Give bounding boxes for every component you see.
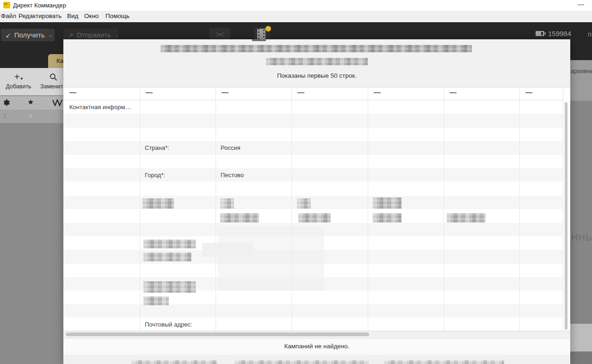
cell-contact-info: Контактная информ… [69,100,131,114]
column-divider [444,87,444,331]
redacted-dialog-title [160,45,472,52]
dimmed-filter-bar: архивные [570,60,592,101]
toolbar-cut-text: п [588,30,592,38]
send-button-label: Отправить [77,31,111,39]
column-header[interactable]: — [146,88,153,96]
column-divider [140,87,140,331]
dimmed-content-area: ННЫХ [570,101,592,324]
title-bar: Директ Коммандер — [0,0,592,11]
caret-down-icon: ▾ [20,76,23,81]
plus-icon: + [14,72,20,82]
cell-city-label: Город*: [145,168,165,182]
search-icon [49,73,57,81]
redacted-cell [220,213,259,222]
rows-notice: Показаны первые 50 строк. [63,72,570,79]
star-icon-faded: ★ [27,111,34,120]
cell-country-value: Россия [221,141,240,154]
column-header[interactable]: — [297,88,304,96]
list-header-row: ★ [0,96,63,110]
table-row [63,168,563,182]
horizontal-scrollbar-thumb[interactable] [66,333,369,336]
cell-city-value: Пестово [221,168,244,182]
get-button[interactable]: ↙ Получить ⌄ [1,29,55,41]
dialog-footer [63,355,570,364]
redacted-cell [143,240,196,248]
add-button[interactable]: + ▾ Добавить [0,71,37,90]
table-row [63,196,563,209]
table-row [63,290,563,304]
battery-icon [536,31,544,36]
column-header[interactable]: — [374,88,381,96]
star-icon[interactable]: ★ [27,98,34,106]
points-value: 159984 [548,30,571,37]
app-logo-icon [3,2,10,8]
redacted-cell [447,213,486,222]
column-header[interactable]: — [69,88,76,96]
menu-window[interactable]: Окно [84,12,99,19]
dimmed-bottom-band [570,352,592,364]
gear-icon[interactable] [3,99,11,107]
table-row [63,141,563,154]
redacted-cell [220,198,234,209]
cell-postal-label: Почтовый адрес: [145,318,192,331]
archive-filter-label: архивные [571,68,592,74]
column-header[interactable]: — [525,88,532,96]
dimmed-lower-band [570,324,592,352]
cell-country-label: Страна*: [145,141,169,154]
minimize-button[interactable]: — [574,0,588,9]
redacted-cell [142,198,174,209]
redacted-cell [143,253,191,261]
redacted-footer-button[interactable] [234,360,369,364]
table-row [63,182,563,195]
points-indicator: 159984 [536,30,571,37]
row-number: 1 [3,113,6,119]
menu-file[interactable]: Файл [1,12,16,19]
redacted-footer-button[interactable] [384,360,504,364]
redacted-halo [218,226,324,291]
column-header[interactable]: — [222,88,228,96]
table-row [63,155,563,168]
table-row [63,318,563,331]
redacted-cell [373,213,401,222]
list-item[interactable]: 1 ★ [0,110,63,123]
import-preview-dialog: Показаны первые 50 строк. — — — — — — — [63,39,570,364]
empty-notice: Кампаний не найдено. [63,343,570,350]
redacted-cell [298,213,331,222]
download-arrow-icon: ↙ [6,32,11,38]
left-panel: + ▾ Добавить Заменить ★ [0,68,63,364]
campaigns-empty-band: Кампаний не найдено. [63,338,570,355]
upload-arrow-icon: ↗ [68,32,74,38]
app-window: Директ Коммандер — Файл Редактировать Ви… [0,0,592,364]
get-button-label: Получить [14,31,45,39]
window-title: Директ Коммандер [13,2,66,9]
redacted-cell [143,296,169,305]
preview-table: — — — — — — — [63,87,570,331]
table-row [63,114,563,127]
menu-edit[interactable]: Редактировать [18,12,62,19]
table-row [63,128,563,141]
column-divider [368,87,368,331]
chevron-down-icon: ⌄ [49,32,53,38]
table-row [63,100,563,114]
bid-zigzag-icon[interactable] [52,99,62,106]
menu-bar: Файл Редактировать Вид Окно Помощь [0,11,592,22]
column-divider [216,87,216,331]
redacted-footer-button[interactable] [131,360,217,364]
redacted-cell [143,281,196,293]
chevron-down-icon: ⌄ [115,32,119,38]
table-row [63,304,563,318]
add-button-label: Добавить [0,83,37,90]
menu-view[interactable]: Вид [67,12,78,19]
vertical-scrollbar-thumb[interactable] [565,102,567,330]
redacted-fragment [252,39,266,41]
dimmed-headline-fragment: ННЫХ [571,232,592,243]
redacted-cell [297,198,311,209]
column-divider [519,87,520,331]
redacted-dialog-subtitle [266,58,368,65]
panel-action-bar: + ▾ Добавить Заменить [0,68,63,95]
notification-dot [265,26,271,31]
column-divider [291,87,292,331]
column-header[interactable]: — [450,88,456,96]
menu-help[interactable]: Помощь [105,12,130,19]
redacted-cell [373,197,401,209]
